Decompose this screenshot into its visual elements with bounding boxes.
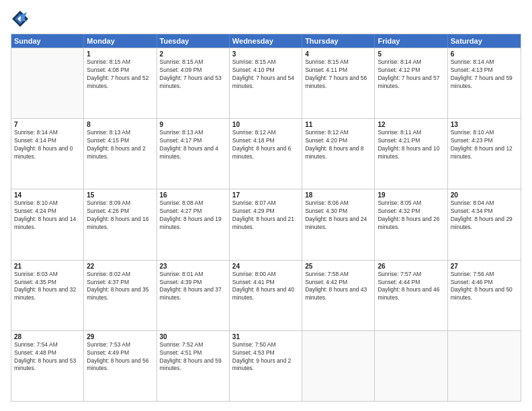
day-info: Sunrise: 7:57 AM Sunset: 4:44 PM Dayligh… [378,271,444,303]
day-number: 6 [451,50,518,58]
day-info: Sunrise: 8:02 AM Sunset: 4:37 PM Dayligh… [87,271,153,303]
page: SundayMondayTuesdayWednesdayThursdayFrid… [0,0,532,411]
day-header-tuesday: Tuesday [157,34,230,48]
calendar-day-20: 20Sunrise: 8:04 AM Sunset: 4:34 PM Dayli… [448,189,521,259]
day-info: Sunrise: 8:10 AM Sunset: 4:23 PM Dayligh… [451,129,518,161]
day-number: 22 [87,263,153,270]
day-number: 9 [160,121,226,128]
calendar-week-1: 7Sunrise: 8:14 AM Sunset: 4:14 PM Daylig… [11,118,521,189]
calendar-day-25: 25Sunrise: 7:58 AM Sunset: 4:42 PM Dayli… [302,261,375,330]
calendar-day-28: 28Sunrise: 7:54 AM Sunset: 4:48 PM Dayli… [11,331,84,401]
day-number: 20 [451,191,518,199]
calendar-day-21: 21Sunrise: 8:03 AM Sunset: 4:35 PM Dayli… [11,261,84,330]
calendar-day-15: 15Sunrise: 8:09 AM Sunset: 4:26 PM Dayli… [84,189,157,259]
logo [11,9,32,28]
calendar-day-27: 27Sunrise: 7:56 AM Sunset: 4:46 PM Dayli… [448,261,521,330]
calendar-day-30: 30Sunrise: 7:52 AM Sunset: 4:51 PM Dayli… [157,331,230,401]
calendar-day-9: 9Sunrise: 8:13 AM Sunset: 4:17 PM Daylig… [157,119,230,189]
day-number: 15 [87,191,153,199]
day-number: 23 [160,263,226,270]
calendar-week-0: 1Sunrise: 8:15 AM Sunset: 4:08 PM Daylig… [11,48,521,118]
day-number: 2 [160,50,226,58]
day-info: Sunrise: 8:15 AM Sunset: 4:11 PM Dayligh… [305,58,371,91]
calendar-day-17: 17Sunrise: 8:07 AM Sunset: 4:29 PM Dayli… [230,189,302,259]
calendar-empty-cell [11,48,84,118]
day-number: 30 [160,333,226,340]
day-number: 11 [305,121,371,128]
day-number: 4 [305,50,371,58]
calendar-week-2: 14Sunrise: 8:10 AM Sunset: 4:24 PM Dayli… [11,189,521,259]
day-info: Sunrise: 7:58 AM Sunset: 4:42 PM Dayligh… [305,271,371,303]
day-number: 27 [451,263,518,270]
calendar-day-5: 5Sunrise: 8:14 AM Sunset: 4:12 PM Daylig… [375,48,447,118]
calendar-day-14: 14Sunrise: 8:10 AM Sunset: 4:24 PM Dayli… [11,189,84,259]
calendar-day-4: 4Sunrise: 8:15 AM Sunset: 4:11 PM Daylig… [302,48,375,118]
calendar-day-10: 10Sunrise: 8:12 AM Sunset: 4:18 PM Dayli… [230,119,302,189]
calendar-day-31: 31Sunrise: 7:50 AM Sunset: 4:53 PM Dayli… [230,331,302,401]
day-number: 29 [87,333,153,340]
day-info: Sunrise: 8:11 AM Sunset: 4:21 PM Dayligh… [378,129,444,161]
day-number: 10 [232,121,299,128]
calendar-day-13: 13Sunrise: 8:10 AM Sunset: 4:23 PM Dayli… [448,119,521,189]
calendar-day-11: 11Sunrise: 8:12 AM Sunset: 4:20 PM Dayli… [302,119,375,189]
day-header-friday: Friday [375,34,447,48]
calendar-week-4: 28Sunrise: 7:54 AM Sunset: 4:48 PM Dayli… [11,330,521,401]
calendar-day-7: 7Sunrise: 8:14 AM Sunset: 4:14 PM Daylig… [11,119,84,189]
day-info: Sunrise: 8:15 AM Sunset: 4:10 PM Dayligh… [232,58,299,91]
calendar-day-26: 26Sunrise: 7:57 AM Sunset: 4:44 PM Dayli… [375,261,447,330]
day-number: 21 [14,263,81,270]
day-number: 16 [160,191,226,199]
day-number: 14 [14,191,81,199]
day-info: Sunrise: 8:09 AM Sunset: 4:26 PM Dayligh… [87,199,153,232]
day-number: 18 [305,191,371,199]
day-info: Sunrise: 8:15 AM Sunset: 4:09 PM Dayligh… [160,58,226,91]
day-info: Sunrise: 7:56 AM Sunset: 4:46 PM Dayligh… [451,271,518,303]
day-header-sunday: Sunday [11,34,84,48]
calendar-week-3: 21Sunrise: 8:03 AM Sunset: 4:35 PM Dayli… [11,260,521,330]
calendar: SundayMondayTuesdayWednesdayThursdayFrid… [11,34,521,402]
day-info: Sunrise: 8:14 AM Sunset: 4:14 PM Dayligh… [14,129,81,161]
header [11,9,521,28]
day-header-wednesday: Wednesday [230,34,302,48]
day-header-saturday: Saturday [448,34,521,48]
day-info: Sunrise: 8:12 AM Sunset: 4:20 PM Dayligh… [305,129,371,161]
calendar-day-18: 18Sunrise: 8:06 AM Sunset: 4:30 PM Dayli… [302,189,375,259]
day-number: 8 [87,121,153,128]
calendar-day-29: 29Sunrise: 7:53 AM Sunset: 4:49 PM Dayli… [84,331,157,401]
day-info: Sunrise: 8:15 AM Sunset: 4:08 PM Dayligh… [87,58,153,91]
day-info: Sunrise: 8:06 AM Sunset: 4:30 PM Dayligh… [305,199,371,232]
calendar-day-2: 2Sunrise: 8:15 AM Sunset: 4:09 PM Daylig… [157,48,230,118]
day-info: Sunrise: 8:13 AM Sunset: 4:17 PM Dayligh… [160,129,226,161]
calendar-empty-cell [302,331,375,401]
day-number: 24 [232,263,299,270]
day-number: 28 [14,333,81,340]
calendar-day-12: 12Sunrise: 8:11 AM Sunset: 4:21 PM Dayli… [375,119,447,189]
day-info: Sunrise: 8:07 AM Sunset: 4:29 PM Dayligh… [232,199,299,232]
day-number: 7 [14,121,81,128]
calendar-empty-cell [375,331,447,401]
day-number: 5 [378,50,444,58]
calendar-day-24: 24Sunrise: 8:00 AM Sunset: 4:41 PM Dayli… [230,261,302,330]
day-info: Sunrise: 8:05 AM Sunset: 4:32 PM Dayligh… [378,199,444,232]
day-info: Sunrise: 8:12 AM Sunset: 4:18 PM Dayligh… [232,129,299,161]
day-header-monday: Monday [84,34,157,48]
calendar-empty-cell [448,331,521,401]
day-number: 3 [232,50,299,58]
day-info: Sunrise: 8:14 AM Sunset: 4:13 PM Dayligh… [451,58,518,91]
day-number: 17 [232,191,299,199]
calendar-day-1: 1Sunrise: 8:15 AM Sunset: 4:08 PM Daylig… [84,48,157,118]
day-info: Sunrise: 8:13 AM Sunset: 4:15 PM Dayligh… [87,129,153,161]
day-info: Sunrise: 8:03 AM Sunset: 4:35 PM Dayligh… [14,271,81,303]
day-info: Sunrise: 8:14 AM Sunset: 4:12 PM Dayligh… [378,58,444,91]
day-info: Sunrise: 8:01 AM Sunset: 4:39 PM Dayligh… [160,271,226,303]
day-number: 26 [378,263,444,270]
day-info: Sunrise: 8:00 AM Sunset: 4:41 PM Dayligh… [232,271,299,303]
calendar-day-19: 19Sunrise: 8:05 AM Sunset: 4:32 PM Dayli… [375,189,447,259]
day-info: Sunrise: 8:08 AM Sunset: 4:27 PM Dayligh… [160,199,226,232]
day-info: Sunrise: 7:53 AM Sunset: 4:49 PM Dayligh… [87,341,153,373]
day-info: Sunrise: 7:54 AM Sunset: 4:48 PM Dayligh… [14,341,81,373]
calendar-day-8: 8Sunrise: 8:13 AM Sunset: 4:15 PM Daylig… [84,119,157,189]
logo-icon [11,9,30,28]
calendar-header: SundayMondayTuesdayWednesdayThursdayFrid… [11,34,521,48]
day-number: 12 [378,121,444,128]
